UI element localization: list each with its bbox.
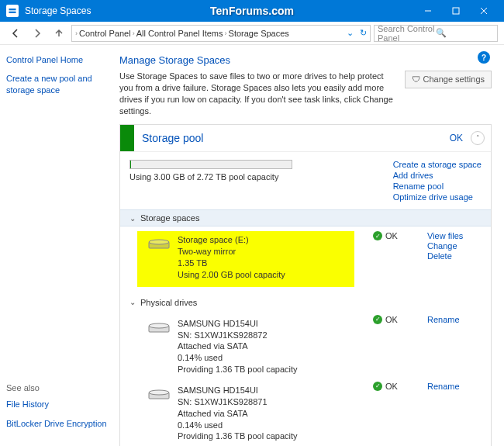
window-title: Storage Spaces bbox=[25, 5, 91, 16]
physical-drive-item: SAMSUNG HD154UI SN: S1XWJ1KS928872 Attac… bbox=[129, 315, 373, 382]
drive-used: 0.14% used bbox=[178, 352, 373, 364]
usage-text: Using 3.00 GB of 2.72 TB pool capacity bbox=[129, 172, 384, 182]
back-button[interactable] bbox=[6, 24, 25, 43]
drive-providing: Providing 1.36 TB pool capacity bbox=[178, 430, 373, 442]
svg-rect-0 bbox=[9, 9, 16, 10]
search-icon: 🔍 bbox=[436, 28, 494, 38]
drive-icon bbox=[148, 321, 170, 335]
sidebar-home-link[interactable]: Control Panel Home bbox=[6, 54, 110, 65]
main-content: Manage Storage Spaces Use Storage Spaces… bbox=[116, 45, 504, 446]
page-heading: Manage Storage Spaces bbox=[119, 54, 492, 66]
chevron-right-icon: › bbox=[75, 29, 78, 37]
drive-icon bbox=[148, 237, 170, 251]
drive-model: SAMSUNG HD154UI bbox=[178, 318, 373, 330]
create-space-link[interactable]: Create a storage space bbox=[393, 160, 482, 169]
drive-attach: Attached via SATA bbox=[178, 341, 373, 352]
storage-pool-card: Storage pool OK ˄ Using 3.00 GB of 2.72 … bbox=[119, 124, 492, 446]
change-link[interactable]: Change bbox=[427, 241, 482, 251]
drive-providing: Providing 1.36 TB pool capacity bbox=[178, 364, 373, 375]
breadcrumb-item[interactable]: Storage Spaces bbox=[229, 29, 289, 38]
seealso-label: See also bbox=[6, 383, 107, 392]
pool-status-text: OK bbox=[450, 133, 463, 143]
space-type: Two-way mirror bbox=[178, 246, 354, 258]
space-size: 1.35 TB bbox=[178, 258, 354, 269]
ok-icon: ✓ bbox=[373, 382, 382, 391]
drive-status: ✓ OK bbox=[373, 382, 427, 391]
sidebar: Control Panel Home Create a new pool and… bbox=[0, 45, 116, 446]
drive-status: ✓ OK bbox=[373, 315, 427, 324]
forward-button[interactable] bbox=[28, 24, 47, 43]
navbar: › Control Panel › All Control Panel Item… bbox=[0, 22, 504, 45]
rename-drive-link[interactable]: Rename bbox=[427, 382, 482, 391]
chevron-right-icon: › bbox=[133, 29, 135, 37]
chevron-down-icon: ⌄ bbox=[129, 214, 136, 223]
breadcrumb-item[interactable]: Control Panel bbox=[79, 29, 131, 38]
up-button[interactable] bbox=[50, 24, 68, 43]
usage-bar bbox=[129, 160, 292, 169]
optimize-link[interactable]: Optimize drive usage bbox=[393, 192, 482, 202]
drive-sn: SN: S1XWJ1KS928871 bbox=[178, 396, 373, 408]
svg-point-11 bbox=[149, 390, 169, 395]
view-files-link[interactable]: View files bbox=[427, 231, 482, 240]
storage-space-item[interactable]: Storage space (E:) Two-way mirror 1.35 T… bbox=[137, 231, 354, 286]
chevron-right-icon: › bbox=[225, 29, 227, 37]
rename-drive-link[interactable]: Rename bbox=[427, 315, 482, 324]
physical-drive-item: SAMSUNG HD154UI SN: S1XWJ1KS928871 Attac… bbox=[129, 382, 373, 446]
chevron-down-icon: ⌄ bbox=[129, 298, 136, 306]
svg-rect-3 bbox=[453, 8, 459, 14]
close-button[interactable] bbox=[470, 0, 498, 22]
svg-rect-1 bbox=[9, 12, 16, 13]
ok-icon: ✓ bbox=[373, 231, 382, 240]
pool-links: Create a storage space Add drives Rename… bbox=[393, 160, 482, 202]
pool-header: Storage pool OK ˄ bbox=[120, 125, 491, 152]
watermark: TenForums.com bbox=[210, 5, 294, 17]
search-placeholder: Search Control Panel bbox=[378, 24, 436, 43]
maximize-button[interactable] bbox=[442, 0, 470, 22]
storage-spaces-section[interactable]: ⌄ Storage spaces bbox=[120, 209, 491, 226]
seealso-file-history[interactable]: File History bbox=[6, 399, 107, 410]
drive-sn: SN: S1XWJ1KS928872 bbox=[178, 330, 373, 341]
svg-point-7 bbox=[149, 240, 169, 244]
pool-status-indicator bbox=[120, 125, 134, 151]
ok-icon: ✓ bbox=[373, 315, 382, 324]
physical-drives-section[interactable]: ⌄ Physical drives bbox=[120, 295, 491, 310]
drive-attach: Attached via SATA bbox=[178, 408, 373, 420]
delete-link[interactable]: Delete bbox=[427, 251, 482, 261]
search-input[interactable]: Search Control Panel 🔍 bbox=[374, 25, 498, 42]
breadcrumb[interactable]: › Control Panel › All Control Panel Item… bbox=[71, 25, 371, 42]
sidebar-create-link[interactable]: Create a new pool and storage space bbox=[6, 73, 110, 95]
titlebar: Storage Spaces TenForums.com bbox=[0, 0, 504, 22]
dropdown-icon[interactable]: ⌄ bbox=[347, 28, 354, 38]
shield-icon: 🛡 bbox=[412, 74, 420, 85]
app-icon bbox=[6, 5, 19, 17]
space-name: Storage space (E:) bbox=[178, 234, 354, 246]
collapse-button[interactable]: ˄ bbox=[471, 131, 485, 145]
refresh-icon[interactable]: ↻ bbox=[360, 28, 367, 38]
page-description: Use Storage Spaces to save files to two … bbox=[119, 71, 393, 116]
space-using: Using 2.00 GB pool capacity bbox=[178, 269, 354, 281]
add-drives-link[interactable]: Add drives bbox=[393, 171, 482, 180]
pool-title: Storage pool bbox=[134, 132, 450, 144]
change-settings-button[interactable]: 🛡 Change settings bbox=[405, 71, 492, 88]
space-status: ✓ OK bbox=[373, 231, 427, 240]
drive-used: 0.14% used bbox=[178, 420, 373, 431]
help-icon[interactable]: ? bbox=[478, 51, 490, 64]
breadcrumb-item[interactable]: All Control Panel Items bbox=[136, 29, 223, 38]
svg-point-9 bbox=[149, 323, 169, 328]
drive-model: SAMSUNG HD154UI bbox=[178, 385, 373, 396]
rename-pool-link[interactable]: Rename pool bbox=[393, 182, 482, 191]
minimize-button[interactable] bbox=[414, 0, 442, 22]
drive-icon bbox=[148, 388, 170, 402]
seealso-bitlocker[interactable]: BitLocker Drive Encryption bbox=[6, 418, 107, 429]
